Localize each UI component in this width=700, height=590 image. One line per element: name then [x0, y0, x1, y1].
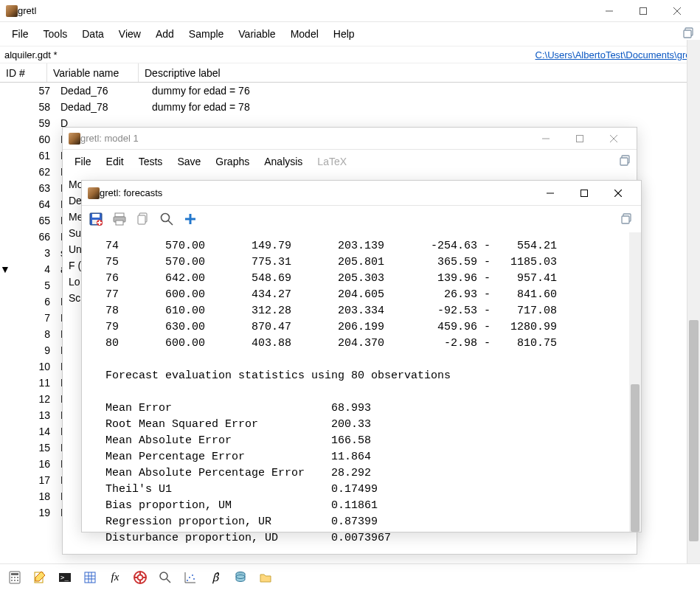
minimize-button[interactable] [529, 128, 563, 150]
cell-desc: dummy for edad = 78 [149, 101, 700, 113]
main-scrollbar[interactable] [687, 40, 700, 563]
maximize-button[interactable] [567, 182, 601, 204]
folder-icon[interactable] [258, 570, 273, 585]
menu-help[interactable]: Help [326, 25, 362, 43]
menu-model[interactable]: Model [283, 25, 326, 43]
menu-latex[interactable]: LaTeX [310, 153, 354, 170]
col-id[interactable]: ID # [0, 63, 47, 82]
magnifier-icon[interactable] [158, 570, 173, 585]
svg-rect-43 [620, 158, 628, 165]
print-icon[interactable] [111, 211, 128, 227]
minimize-button[interactable] [533, 182, 567, 204]
menu-save[interactable]: Save [170, 153, 208, 170]
copy-icon[interactable] [135, 211, 151, 227]
forecast-title: gretl: forecasts [100, 187, 533, 198]
file-path-link[interactable]: C:\Users\AlbertoTest\Documents\gretl [536, 49, 696, 60]
save-icon[interactable] [88, 211, 104, 227]
menu-view[interactable]: View [111, 25, 148, 43]
window-stack-icon[interactable] [619, 154, 632, 170]
grid-header: ID # Variable name Descriptive label [0, 63, 700, 83]
table-row[interactable]: 58Dedad_78dummy for edad = 78 [0, 99, 700, 115]
cell-id: 16 [10, 458, 58, 470]
maximize-button[interactable] [563, 128, 597, 150]
tree-marker: ▼ [0, 263, 10, 275]
cell-id: 63 [10, 182, 58, 194]
cell-id: 4 [10, 263, 58, 275]
menu-file[interactable]: File [4, 25, 36, 43]
col-desc[interactable]: Descriptive label [139, 63, 700, 82]
menu-graphs[interactable]: Graphs [208, 153, 257, 170]
maximize-button[interactable] [626, 0, 660, 22]
window-stack-icon[interactable] [619, 211, 635, 227]
svg-point-13 [17, 580, 18, 581]
menu-data[interactable]: Data [74, 25, 111, 43]
col-name[interactable]: Variable name [47, 63, 139, 82]
svg-point-35 [193, 578, 195, 580]
cell-id: 8 [10, 328, 58, 340]
cell-varname: Dedad_76 [58, 85, 149, 97]
cell-id: 13 [10, 409, 58, 421]
svg-point-10 [17, 577, 18, 578]
menu-tools[interactable]: Tools [36, 25, 75, 43]
matrix-icon[interactable] [83, 570, 97, 585]
model-titlebar[interactable]: gretl: model 1 [63, 128, 637, 150]
scrollbar-thumb[interactable] [631, 384, 640, 532]
menu-sample[interactable]: Sample [181, 25, 231, 43]
scrollbar-thumb[interactable] [689, 320, 699, 541]
svg-point-32 [187, 580, 188, 581]
cell-id: 6 [10, 296, 58, 308]
forecast-text[interactable]: 74 570.00 149.79 203.139 -254.63 - 554.2… [82, 232, 641, 552]
svg-rect-49 [92, 214, 100, 218]
beta-hat-icon[interactable]: β̂ [208, 570, 223, 585]
cell-id: 14 [10, 426, 58, 437]
close-button[interactable] [660, 0, 694, 22]
forecast-scrollbar[interactable] [629, 232, 641, 532]
file-path-row: alquiler.gdt * C:\Users\AlbertoTest\Docu… [0, 46, 700, 63]
svg-rect-1 [640, 7, 647, 14]
calculator-icon[interactable] [7, 570, 22, 585]
lifebuoy-icon[interactable] [133, 570, 148, 585]
close-button[interactable] [597, 128, 631, 150]
cell-id: 12 [10, 393, 58, 405]
menu-analysis[interactable]: Analysis [257, 153, 310, 170]
forecast-toolbar [82, 206, 641, 232]
scatter-plot-icon[interactable] [183, 570, 198, 585]
svg-point-12 [14, 580, 15, 581]
cell-id: 58 [10, 101, 58, 113]
function-icon[interactable]: fx [108, 570, 122, 585]
menu-tests[interactable]: Tests [131, 153, 170, 170]
menu-file[interactable]: File [67, 153, 99, 170]
cell-id: 59 [10, 117, 58, 129]
svg-point-23 [138, 575, 143, 580]
svg-rect-5 [684, 30, 691, 38]
cell-id: 3 [10, 247, 58, 259]
cell-id: 65 [10, 215, 58, 226]
cell-id: 17 [10, 474, 58, 486]
main-titlebar: gretl [0, 0, 700, 22]
minimize-button[interactable] [592, 0, 626, 22]
plus-icon[interactable] [182, 211, 198, 227]
menu-edit[interactable]: Edit [99, 153, 131, 170]
forecast-titlebar[interactable]: gretl: forecasts [82, 181, 641, 206]
svg-point-28 [160, 572, 167, 580]
database-icon[interactable] [233, 570, 248, 585]
cell-id: 57 [10, 85, 58, 97]
svg-point-11 [11, 580, 13, 581]
svg-rect-54 [115, 213, 124, 217]
forecast-window[interactable]: gretl: forecasts 74 570.00 149.79 203.13… [81, 180, 642, 532]
magnifier-icon[interactable] [159, 211, 175, 227]
menu-variable[interactable]: Variable [231, 25, 283, 43]
gretl-app-icon [6, 5, 18, 17]
menu-add[interactable]: Add [148, 25, 181, 43]
svg-point-34 [192, 575, 193, 576]
cell-id: 64 [10, 198, 58, 210]
table-row[interactable]: 57Dedad_76dummy for edad = 76 [0, 83, 700, 99]
file-name-label: alquiler.gdt * [4, 49, 58, 60]
cell-id: 60 [10, 133, 58, 145]
cell-id: 62 [10, 166, 58, 178]
edit-icon[interactable] [32, 570, 47, 585]
console-icon[interactable]: >_ [58, 570, 72, 585]
svg-line-60 [168, 221, 173, 225]
close-button[interactable] [601, 182, 635, 204]
svg-rect-45 [581, 190, 588, 196]
